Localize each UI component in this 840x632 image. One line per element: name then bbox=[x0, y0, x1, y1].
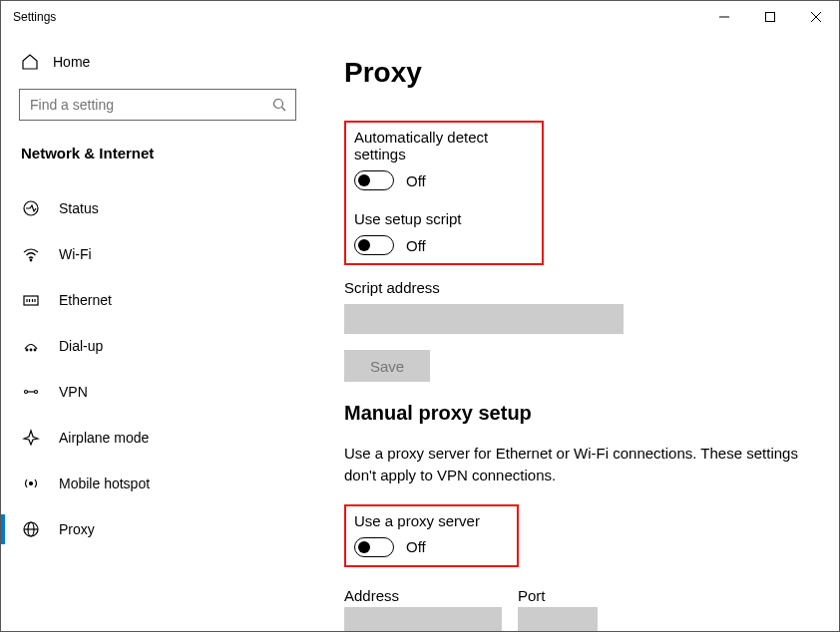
auto-detect-label: Automatically detect settings bbox=[354, 129, 532, 162]
sidebar-item-hotspot[interactable]: Mobile hotspot bbox=[1, 461, 311, 506]
page-title: Proxy bbox=[344, 57, 799, 89]
category-label: Network & Internet bbox=[1, 139, 311, 179]
close-button[interactable] bbox=[793, 1, 839, 33]
sidebar-item-wifi[interactable]: Wi-Fi bbox=[1, 231, 311, 277]
svg-point-12 bbox=[25, 391, 28, 394]
window-controls bbox=[701, 1, 839, 33]
sidebar-item-label: Status bbox=[59, 200, 99, 216]
svg-rect-8 bbox=[24, 296, 38, 305]
sidebar-item-label: Airplane mode bbox=[59, 430, 149, 446]
sidebar-item-label: Wi-Fi bbox=[59, 246, 92, 262]
sidebar: Home Network & Internet Status Wi-Fi bbox=[1, 33, 312, 631]
home-icon bbox=[21, 53, 39, 71]
sidebar-item-proxy[interactable]: Proxy bbox=[1, 506, 311, 552]
sidebar-item-vpn[interactable]: VPN bbox=[1, 369, 311, 415]
sidebar-item-airplane[interactable]: Airplane mode bbox=[1, 415, 311, 461]
use-proxy-state: Off bbox=[406, 538, 426, 555]
manual-section-title: Manual proxy setup bbox=[344, 402, 799, 425]
port-label: Port bbox=[518, 587, 598, 604]
main-content: Proxy Automatically detect settings Off … bbox=[312, 33, 839, 631]
search-box[interactable] bbox=[19, 89, 296, 121]
auto-detect-state: Off bbox=[406, 172, 426, 189]
svg-point-13 bbox=[35, 391, 38, 394]
save-button: Save bbox=[344, 350, 430, 382]
svg-rect-1 bbox=[766, 13, 775, 22]
sidebar-item-label: Proxy bbox=[59, 521, 95, 537]
dialup-icon bbox=[21, 336, 41, 356]
use-proxy-label: Use a proxy server bbox=[354, 512, 507, 529]
svg-line-5 bbox=[282, 108, 286, 112]
sidebar-item-label: VPN bbox=[59, 384, 88, 400]
svg-point-4 bbox=[274, 100, 283, 109]
address-label: Address bbox=[344, 587, 502, 604]
svg-point-7 bbox=[30, 259, 32, 261]
sidebar-item-label: Ethernet bbox=[59, 292, 112, 308]
script-address-label: Script address bbox=[344, 279, 799, 296]
search-input[interactable] bbox=[30, 97, 271, 113]
ethernet-icon bbox=[21, 290, 41, 310]
sidebar-item-ethernet[interactable]: Ethernet bbox=[1, 277, 311, 323]
sidebar-item-dialup[interactable]: Dial-up bbox=[1, 323, 311, 369]
home-label: Home bbox=[53, 54, 90, 70]
use-proxy-toggle[interactable] bbox=[354, 537, 394, 557]
setup-script-toggle[interactable] bbox=[354, 235, 394, 255]
manual-desc: Use a proxy server for Ethernet or Wi-Fi… bbox=[344, 443, 799, 486]
hotspot-icon bbox=[21, 474, 41, 493]
svg-point-11 bbox=[34, 349, 36, 351]
svg-point-15 bbox=[30, 482, 33, 485]
nav-items: Status Wi-Fi Ethernet Dial-up bbox=[1, 179, 311, 552]
vpn-icon bbox=[21, 382, 41, 402]
status-icon bbox=[21, 198, 41, 218]
address-input bbox=[344, 607, 502, 631]
setup-script-state: Off bbox=[406, 237, 426, 254]
maximize-button[interactable] bbox=[747, 1, 793, 33]
minimize-button[interactable] bbox=[701, 1, 747, 33]
highlight-auto-section: Automatically detect settings Off Use se… bbox=[344, 121, 544, 265]
sidebar-item-label: Mobile hotspot bbox=[59, 475, 150, 491]
port-input bbox=[518, 607, 598, 631]
auto-detect-toggle[interactable] bbox=[354, 170, 394, 190]
sidebar-item-status[interactable]: Status bbox=[1, 185, 311, 231]
airplane-icon bbox=[21, 428, 41, 448]
home-nav[interactable]: Home bbox=[1, 45, 311, 89]
globe-icon bbox=[21, 519, 41, 539]
titlebar: Settings bbox=[1, 1, 839, 33]
svg-point-9 bbox=[26, 349, 28, 351]
setup-script-label: Use setup script bbox=[354, 210, 532, 227]
highlight-proxy-section: Use a proxy server Off bbox=[344, 504, 519, 567]
svg-point-10 bbox=[30, 349, 32, 351]
sidebar-item-label: Dial-up bbox=[59, 338, 103, 354]
wifi-icon bbox=[21, 244, 41, 264]
script-address-input bbox=[344, 304, 624, 334]
window-title: Settings bbox=[13, 10, 56, 24]
search-icon bbox=[271, 97, 287, 113]
